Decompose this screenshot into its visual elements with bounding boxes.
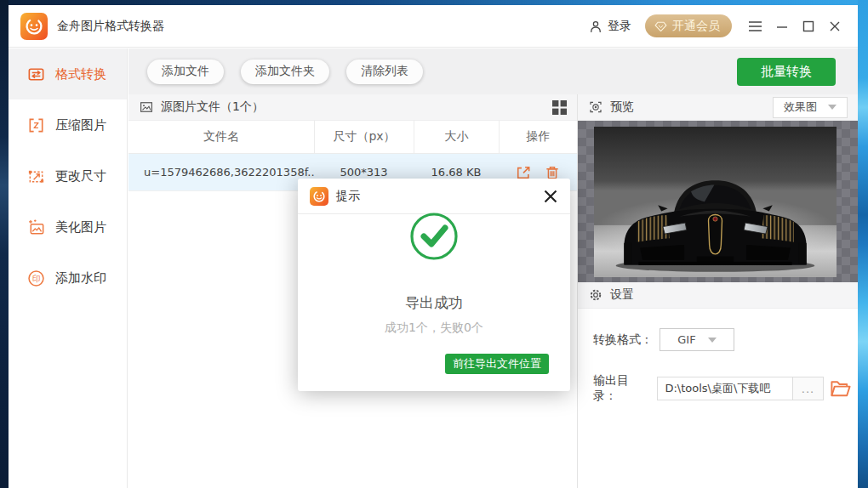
chevron-down-icon (708, 338, 717, 343)
settings-header: 设置 (578, 282, 858, 309)
compress-image-icon (26, 116, 46, 135)
column-header-filename: 文件名 (128, 121, 314, 153)
preview-canvas (578, 121, 858, 282)
settings-title: 设置 (610, 287, 634, 303)
app-window: 金舟图片格式转换器 登录 开通会员 (9, 5, 858, 488)
login-button[interactable]: 登录 (588, 19, 631, 34)
preview-panel: 预览 效果图 (577, 94, 858, 488)
browse-more-button[interactable]: ... (792, 377, 823, 400)
close-icon[interactable] (823, 14, 846, 37)
sidebar-item-label: 格式转换 (55, 66, 106, 82)
grid-view-icon[interactable] (552, 100, 567, 115)
menu-icon[interactable] (744, 14, 767, 37)
vip-button[interactable]: 开通会员 (645, 14, 732, 37)
dialog-header: 提示 (298, 179, 570, 214)
format-convert-icon (26, 65, 46, 84)
dialog-detail: 成功1个，失败0个 (298, 321, 570, 336)
wallpaper-right-strip (858, 0, 868, 488)
preview-title: 预览 (610, 99, 634, 115)
person-icon (588, 19, 603, 34)
image-icon (139, 99, 154, 115)
format-label: 转换格式： (593, 332, 653, 348)
file-dimensions-cell: 500*313 (314, 166, 414, 179)
success-check-icon (408, 211, 460, 265)
svg-text:印: 印 (32, 273, 41, 282)
chevron-down-icon (828, 105, 837, 110)
vip-label: 开通会员 (672, 19, 720, 34)
format-setting-row: 转换格式： GIF (593, 328, 851, 351)
sidebar: 格式转换 压缩图片 更改尺寸 (9, 48, 128, 488)
sidebar-item-resize[interactable]: 更改尺寸 (9, 150, 127, 201)
batch-convert-button[interactable]: 批量转换 (737, 58, 836, 86)
output-label: 输出目录： (593, 373, 650, 404)
sidebar-item-format-convert[interactable]: 格式转换 (9, 48, 127, 99)
app-title: 金舟图片格式转换器 (57, 19, 164, 34)
sidebar-item-beautify[interactable]: 美化图片 (9, 201, 127, 253)
column-header-dimensions: 尺寸（px） (314, 121, 414, 153)
toolbar: 添加文件 添加文件夹 清除列表 批量转换 (128, 48, 858, 94)
preview-image-car (594, 127, 837, 277)
beautify-image-icon (26, 218, 46, 237)
dialog-title: 提示 (336, 189, 360, 204)
output-path-field[interactable]: D:\tools\桌面\下载吧 ... (657, 377, 824, 400)
login-label: 登录 (608, 19, 631, 34)
sidebar-item-compress[interactable]: 压缩图片 (9, 99, 127, 150)
sidebar-item-watermark[interactable]: 印 添加水印 (9, 253, 127, 304)
sidebar-item-label: 更改尺寸 (55, 168, 106, 184)
minimize-icon[interactable] (770, 14, 793, 37)
source-files-title: 源图片文件（1个） (161, 99, 264, 115)
file-name-cell: u=1579462686,3622201358f... (128, 166, 314, 179)
settings-body: 转换格式： GIF 输出目录： D:\tools\桌面\下载吧 ... (578, 309, 858, 488)
file-size-cell: 16.68 KB (414, 166, 499, 179)
sidebar-item-label: 添加水印 (55, 270, 106, 287)
column-header-size: 大小 (414, 121, 499, 153)
sidebar-item-label: 压缩图片 (55, 117, 106, 133)
desktop-background: 金舟图片格式转换器 登录 开通会员 (0, 0, 868, 488)
dialog-close-icon[interactable] (543, 189, 558, 204)
export-result-dialog: 提示 导出成功 成功1个，失败0个 前往导出文件位置 (298, 179, 570, 391)
gear-icon (588, 287, 603, 303)
add-file-button[interactable]: 添加文件 (147, 60, 224, 84)
source-files-header: 源图片文件（1个） (128, 94, 577, 121)
preview-eye-icon (588, 99, 603, 115)
app-logo-icon (20, 13, 48, 40)
diamond-icon (654, 19, 668, 33)
file-table-header: 文件名 尺寸（px） 大小 操作 (128, 121, 577, 154)
open-folder-icon[interactable] (830, 379, 851, 398)
format-value: GIF (677, 333, 695, 346)
dialog-message: 导出成功 (298, 293, 570, 313)
preview-mode-value: 效果图 (784, 99, 817, 115)
maximize-icon[interactable] (797, 14, 819, 37)
window-controls (744, 14, 846, 37)
add-folder-button[interactable]: 添加文件夹 (241, 60, 329, 84)
column-header-actions: 操作 (499, 121, 577, 153)
clear-list-button[interactable]: 清除列表 (346, 60, 423, 84)
output-setting-row: 输出目录： D:\tools\桌面\下载吧 ... (593, 377, 851, 400)
format-dropdown[interactable]: GIF (660, 328, 734, 351)
go-to-export-location-button[interactable]: 前往导出文件位置 (445, 354, 549, 374)
titlebar: 金舟图片格式转换器 登录 开通会员 (9, 5, 858, 48)
wallpaper-left-strip (0, 0, 9, 488)
output-path-value: D:\tools\桌面\下载吧 (658, 381, 792, 396)
dialog-logo-icon (310, 187, 328, 206)
resize-icon (26, 167, 46, 186)
preview-header: 预览 效果图 (578, 94, 858, 121)
watermark-icon: 印 (26, 269, 46, 288)
sidebar-item-label: 美化图片 (55, 219, 106, 235)
preview-mode-dropdown[interactable]: 效果图 (773, 97, 848, 118)
